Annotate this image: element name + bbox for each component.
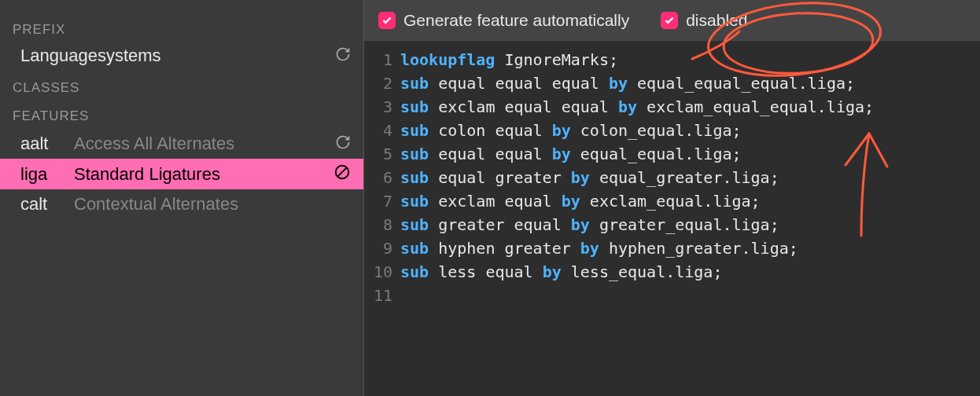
line-number: 4	[364, 119, 392, 142]
line-number: 3	[364, 95, 392, 119]
toolbar: Generate feature automatically disabled	[364, 0, 980, 42]
features-header: FEATURES	[0, 101, 363, 129]
feature-label: Access All Alternates	[74, 134, 335, 154]
feature-item-calt[interactable]: caltContextual Alternates	[0, 189, 363, 219]
main-panel: Generate feature automatically disabled …	[364, 0, 980, 396]
feature-label: Standard Ligatures	[74, 164, 333, 185]
code-line[interactable]: sub equal equal equal by equal_equal_equ…	[400, 72, 980, 95]
line-number: 10	[364, 260, 392, 284]
editor-code[interactable]: lookupflag IgnoreMarks;sub equal equal e…	[400, 48, 980, 396]
refresh-icon	[335, 134, 351, 154]
code-line[interactable]: sub greater equal by greater_equal.liga;	[400, 213, 980, 236]
feature-item-liga[interactable]: ligaStandard Ligatures	[0, 159, 363, 189]
prefix-label: Languagesystems	[20, 46, 335, 66]
line-number: 8	[364, 213, 392, 236]
line-number: 7	[364, 189, 392, 213]
line-number: 11	[364, 284, 392, 307]
generate-checkbox[interactable]	[378, 12, 396, 29]
editor-gutter: 1234567891011	[364, 48, 400, 396]
line-number: 9	[364, 236, 392, 260]
disabled-icon	[333, 163, 351, 185]
code-line[interactable]: sub exclam equal by exclam_equal.liga;	[400, 189, 980, 213]
code-line[interactable]: lookupflag IgnoreMarks;	[400, 48, 980, 72]
line-number: 5	[364, 142, 392, 166]
code-line[interactable]: sub hyphen greater by hyphen_greater.lig…	[400, 236, 980, 260]
disabled-label[interactable]: disabled	[686, 11, 747, 30]
line-number: 2	[364, 72, 392, 95]
code-line[interactable]: sub less equal by less_equal.liga;	[400, 260, 980, 284]
feature-tag: calt	[20, 194, 74, 214]
feature-tag: liga	[20, 164, 74, 185]
classes-header: CLASSES	[0, 72, 363, 101]
line-number: 6	[364, 166, 392, 189]
sidebar: PREFIX Languagesystems CLASSES FEATURES …	[0, 0, 364, 396]
feature-label: Contextual Alternates	[74, 194, 351, 214]
prefix-header: PREFIX	[0, 14, 363, 42]
feature-tag: aalt	[20, 134, 74, 154]
feature-item-aalt[interactable]: aaltAccess All Alternates	[0, 129, 363, 159]
code-line[interactable]: sub exclam equal equal by exclam_equal_e…	[400, 95, 980, 119]
line-number: 1	[364, 48, 392, 72]
svg-line-1	[337, 167, 347, 177]
code-line[interactable]	[400, 284, 980, 307]
generate-label[interactable]: Generate feature automatically	[403, 11, 629, 30]
disabled-checkbox[interactable]	[661, 12, 678, 29]
sidebar-item-languagesystems[interactable]: Languagesystems	[0, 42, 363, 72]
code-line[interactable]: sub colon equal by colon_equal.liga;	[400, 119, 980, 142]
code-editor[interactable]: 1234567891011 lookupflag IgnoreMarks;sub…	[364, 42, 980, 396]
refresh-icon[interactable]	[335, 46, 351, 66]
code-line[interactable]: sub equal equal by equal_equal.liga;	[400, 142, 980, 166]
code-line[interactable]: sub equal greater by equal_greater.liga;	[400, 166, 980, 189]
